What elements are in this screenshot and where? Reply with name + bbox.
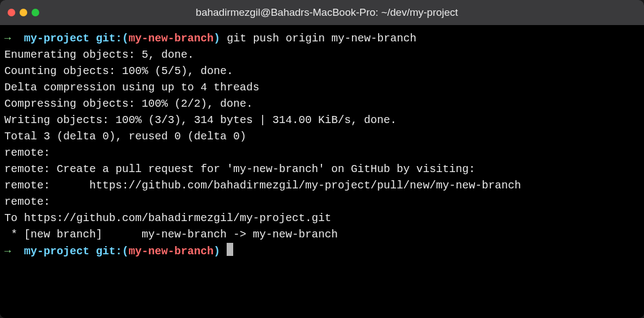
- arrow-icon: →: [4, 32, 24, 45]
- output-line: * [new branch] my-new-branch -> my-new-b…: [4, 227, 640, 243]
- git-label: git:: [96, 32, 122, 45]
- current-dir: my-project: [24, 245, 96, 258]
- output-line: remote:: [4, 194, 640, 210]
- window-title: bahadirmezgil@Bahadrs-MacBook-Pro: ~/dev…: [17, 7, 636, 19]
- prompt-line-1: → my-project git:(my-new-branch) git pus…: [4, 30, 640, 47]
- prompt-line-2: → my-project git:(my-new-branch): [4, 243, 640, 260]
- terminal-body[interactable]: → my-project git:(my-new-branch) git pus…: [0, 25, 644, 318]
- git-branch: my-new-branch: [129, 245, 214, 258]
- output-line: remote: https://github.com/bahadirmezgil…: [4, 178, 640, 194]
- output-line: Enumerating objects: 5, done.: [4, 47, 640, 63]
- arrow-icon: →: [4, 245, 24, 258]
- output-line: Delta compression using up to 4 threads: [4, 80, 640, 96]
- output-line: remote: Create a pull request for 'my-ne…: [4, 161, 640, 178]
- prompt-space: [220, 245, 227, 258]
- close-button[interactable]: [8, 9, 15, 16]
- output-line: Compressing objects: 100% (2/2), done.: [4, 96, 640, 112]
- cursor-icon: [227, 243, 233, 256]
- current-dir: my-project: [24, 32, 96, 45]
- titlebar: bahadirmezgil@Bahadrs-MacBook-Pro: ~/dev…: [0, 0, 644, 25]
- paren-open: (: [122, 32, 129, 45]
- paren-close: ): [214, 245, 220, 258]
- git-label: git:: [96, 245, 122, 258]
- paren-open: (: [122, 245, 129, 258]
- output-line: Counting objects: 100% (5/5), done.: [4, 63, 640, 80]
- output-line: Writing objects: 100% (3/3), 314 bytes |…: [4, 112, 640, 129]
- output-line: Total 3 (delta 0), reused 0 (delta 0): [4, 129, 640, 145]
- terminal-window: bahadirmezgil@Bahadrs-MacBook-Pro: ~/dev…: [0, 0, 644, 318]
- command-text: git push origin my-new-branch: [220, 32, 416, 45]
- output-line: remote:: [4, 145, 640, 161]
- git-branch: my-new-branch: [129, 32, 214, 45]
- paren-close: ): [214, 32, 220, 45]
- output-line: To https://github.com/bahadirmezgil/my-p…: [4, 210, 640, 227]
